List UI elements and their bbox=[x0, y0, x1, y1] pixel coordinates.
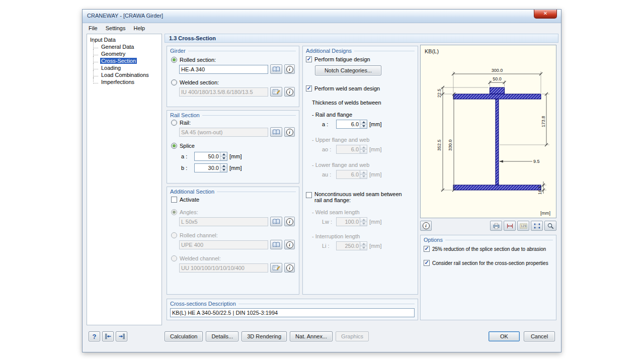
rolled-channel-info-button[interactable]: i bbox=[284, 240, 295, 249]
tree-item-loading[interactable]: Loading bbox=[93, 64, 160, 71]
welded-section-radio[interactable]: Welded section: bbox=[171, 79, 295, 85]
rail-library-button[interactable] bbox=[270, 127, 282, 137]
radio-icon bbox=[171, 79, 177, 85]
help-button[interactable]: ? bbox=[89, 331, 100, 341]
lw-label: Lw : bbox=[322, 219, 334, 225]
cross-section-drawing: KB(L) bbox=[421, 45, 556, 217]
cross-section-preview: KB(L) bbox=[420, 45, 556, 218]
craneway-window: CRANEWAY - [CRAWA Girder] ✕ File Setting… bbox=[82, 9, 561, 352]
welded-channel-info-button[interactable]: i bbox=[284, 263, 295, 273]
weld-seam-length-label: - Weld seam length bbox=[312, 209, 418, 215]
close-icon: ✕ bbox=[543, 11, 547, 16]
info-icon: i bbox=[286, 66, 293, 73]
splice-radio[interactable]: Splice bbox=[171, 143, 295, 149]
spin-up-button[interactable] bbox=[220, 164, 227, 168]
rail-properties-checkbox[interactable]: ✓ Consider rail section for the cross-se… bbox=[424, 260, 552, 266]
values-toggle-button[interactable]: 123 bbox=[517, 221, 529, 231]
welded-section-info-button[interactable]: i bbox=[284, 87, 295, 97]
girder-group-title: Girder bbox=[167, 46, 299, 54]
dim-upper-part: 173.8 bbox=[541, 116, 546, 127]
spin-down-button[interactable] bbox=[220, 157, 227, 161]
print-button[interactable] bbox=[490, 221, 502, 231]
tree-item-cross-section[interactable]: Cross-Section bbox=[93, 57, 160, 64]
options-group: Options ✓ 25% reduction of the splice se… bbox=[420, 235, 556, 320]
spin-up-button[interactable] bbox=[220, 152, 227, 157]
radio-icon bbox=[171, 255, 177, 261]
zoom-details-button[interactable] bbox=[544, 221, 556, 231]
section-library-button[interactable] bbox=[270, 64, 282, 74]
noncontinuous-weld-checkbox[interactable]: Noncontinuous weld seam between rail and… bbox=[306, 191, 414, 203]
rail-info-button[interactable]: i bbox=[284, 127, 295, 137]
rail-radio[interactable]: Rail: bbox=[171, 120, 295, 126]
li-input bbox=[337, 242, 360, 250]
spin-down-icon bbox=[222, 157, 225, 159]
checkbox-icon: ✓ bbox=[424, 260, 430, 266]
weld-a-input[interactable] bbox=[337, 120, 360, 128]
spin-down-button[interactable] bbox=[220, 168, 227, 172]
angles-library-button[interactable] bbox=[270, 217, 282, 226]
spin-down-button[interactable] bbox=[360, 125, 367, 129]
description-input[interactable] bbox=[170, 308, 415, 317]
li-label: Li : bbox=[322, 243, 334, 249]
rolled-section-info-button[interactable]: i bbox=[284, 64, 295, 74]
splice-a-input[interactable] bbox=[195, 152, 220, 160]
window-title: CRANEWAY - [CRAWA Girder] bbox=[87, 13, 163, 19]
radio-icon bbox=[171, 143, 177, 149]
welded-channel-edit-button[interactable] bbox=[270, 263, 282, 273]
spin-up-icon bbox=[362, 243, 365, 245]
weld-a-spinner bbox=[336, 120, 367, 129]
tree-item-load-combinations[interactable]: Load Combinations bbox=[93, 71, 160, 78]
cancel-button[interactable]: Cancel bbox=[524, 331, 555, 341]
angles-info-button[interactable]: i bbox=[284, 217, 295, 226]
weld-seam-design-checkbox[interactable]: ✓ Perform weld seam design bbox=[306, 85, 414, 92]
details-button[interactable]: Details... bbox=[206, 331, 238, 341]
tree-item-geometry[interactable]: Geometry bbox=[93, 50, 160, 57]
rail-input bbox=[179, 128, 268, 137]
checkbox-icon: ✓ bbox=[306, 56, 312, 62]
drawing-info-button[interactable]: i bbox=[420, 221, 432, 231]
desktop: CRANEWAY - [CRAWA Girder] ✕ File Setting… bbox=[0, 0, 644, 362]
stress-points-button[interactable] bbox=[531, 221, 543, 231]
menu-file[interactable]: File bbox=[85, 24, 102, 33]
weld-ao-spinner bbox=[336, 145, 367, 154]
library-book-icon bbox=[272, 218, 280, 225]
menu-settings[interactable]: Settings bbox=[102, 24, 130, 33]
tree-root-input-data[interactable]: Input Data bbox=[88, 36, 160, 43]
welded-section-edit-button[interactable] bbox=[270, 87, 282, 97]
notch-categories-button[interactable]: Notch Categories... bbox=[315, 65, 381, 75]
footer: ? Calculation Details... 3D Rendering Na… bbox=[83, 331, 561, 344]
calculation-button[interactable]: Calculation bbox=[165, 331, 203, 341]
additional-designs-group: Additional Designs ✓ Perform fatigue des… bbox=[302, 46, 418, 295]
activate-checkbox[interactable]: Activate bbox=[171, 197, 295, 203]
nat-annex-button[interactable]: Nat. Annex... bbox=[290, 331, 333, 341]
tree-item-general-data[interactable]: General Data bbox=[93, 43, 160, 50]
unit-label: [mm] bbox=[229, 153, 242, 159]
fatigue-design-checkbox[interactable]: ✓ Perform fatigue design bbox=[306, 56, 414, 62]
menu-help[interactable]: Help bbox=[129, 24, 149, 33]
get-default-button[interactable] bbox=[116, 331, 127, 341]
lower-flange-web-label: - Lower flange and web bbox=[312, 162, 418, 168]
weld-thickness-heading: Thickness of welds between bbox=[312, 100, 418, 106]
close-button[interactable]: ✕ bbox=[534, 10, 557, 19]
rolled-channel-library-button[interactable] bbox=[270, 240, 282, 249]
spin-up-icon bbox=[362, 171, 365, 173]
spin-up-button[interactable] bbox=[360, 120, 367, 125]
rolled-section-radio[interactable]: Rolled section: bbox=[171, 57, 295, 63]
ok-button[interactable]: OK bbox=[489, 331, 520, 341]
weld-ao-input bbox=[337, 145, 360, 153]
tree-item-imperfections[interactable]: Imperfections bbox=[93, 78, 160, 85]
abrasion-reduction-checkbox[interactable]: ✓ 25% reduction of the splice section du… bbox=[424, 246, 552, 252]
rolled-section-input[interactable] bbox=[179, 65, 268, 74]
dim-web-thickness: 9.5 bbox=[533, 159, 540, 164]
girder-group: Girder Rolled section: i Welded section: bbox=[167, 46, 299, 107]
unit-label: [mm] bbox=[369, 243, 381, 249]
dimensions-toggle-button[interactable] bbox=[504, 221, 516, 231]
set-default-button[interactable] bbox=[102, 331, 114, 341]
footer-action-buttons: Calculation Details... 3D Rendering Nat.… bbox=[165, 331, 369, 341]
description-group-title: Cross-sections Description bbox=[167, 299, 418, 307]
rendering-button[interactable]: 3D Rendering bbox=[242, 331, 287, 341]
splice-b-input[interactable] bbox=[195, 164, 220, 172]
weld-a-label: a : bbox=[322, 121, 334, 127]
radio-icon bbox=[171, 232, 177, 238]
main-panel: 1.3 Cross-Section Girder Rolled section:… bbox=[165, 34, 558, 327]
